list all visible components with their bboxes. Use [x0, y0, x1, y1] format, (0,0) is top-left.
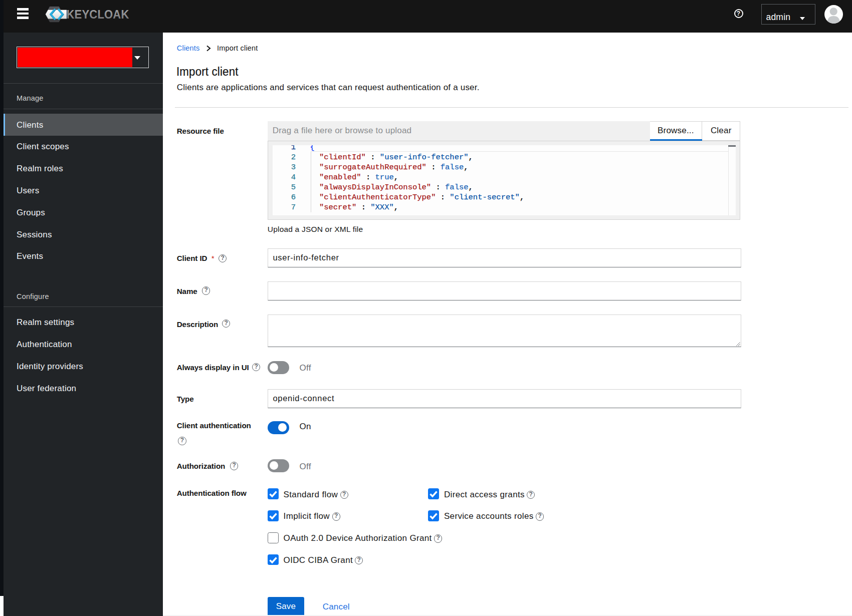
svg-text:KEYCLOAK: KEYCLOAK — [67, 8, 129, 21]
